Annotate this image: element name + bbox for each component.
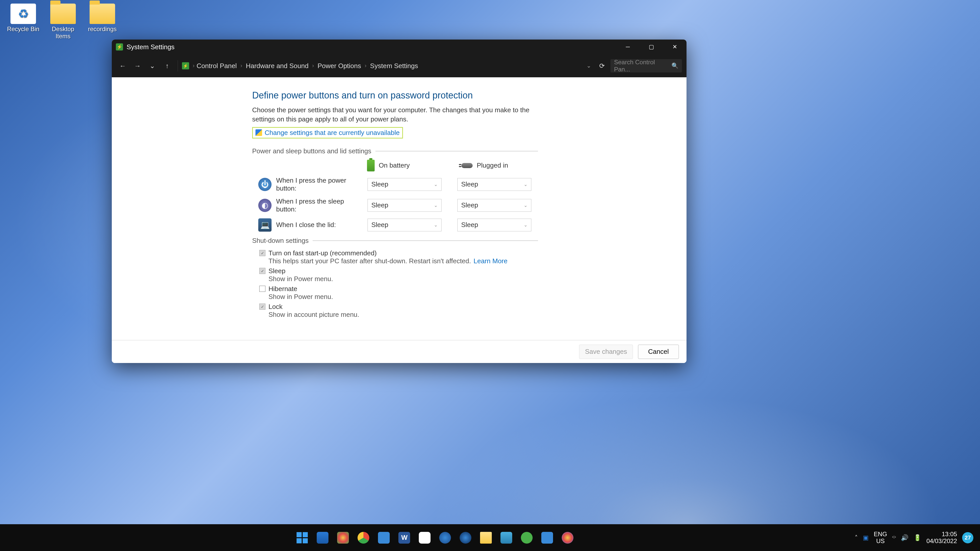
chevron-down-icon: ⌄	[434, 203, 438, 208]
tray-overflow-button[interactable]: ˄	[855, 534, 858, 541]
location-icon: ⚡	[182, 62, 189, 69]
power-button-battery-select[interactable]: Sleep⌄	[368, 178, 442, 191]
monitor-icon	[541, 532, 553, 544]
window-title: System Settings	[127, 43, 175, 51]
sleep-checkbox[interactable]: ✓	[259, 268, 266, 274]
row-close-lid: 💻 When I close the lid: Sleep⌄ Sleep⌄	[258, 218, 538, 232]
crumb-hardware-sound[interactable]: Hardware and Sound	[246, 62, 309, 70]
content-area: Define power buttons and turn on passwor…	[112, 77, 687, 340]
shutdown-item-desc: Show in Power menu.	[269, 275, 333, 283]
sleep-button-plugged-select[interactable]: Sleep⌄	[457, 199, 531, 212]
sleep-button-battery-select[interactable]: Sleep⌄	[368, 199, 442, 212]
chevron-down-icon: ⌄	[524, 182, 528, 187]
maps-icon	[337, 532, 349, 544]
chrome-icon	[358, 532, 369, 544]
minimize-button[interactable]: ─	[616, 40, 640, 54]
shutdown-item-desc: Show in Power menu.	[269, 293, 333, 301]
close-button[interactable]: ✕	[663, 40, 687, 54]
shutdown-item-hibernate: Hibernate Show in Power menu.	[259, 285, 538, 301]
start-button[interactable]	[294, 529, 310, 546]
power-button-plugged-select[interactable]: Sleep⌄	[457, 178, 531, 191]
close-lid-battery-select[interactable]: Sleep⌄	[368, 219, 442, 231]
windows-logo-icon	[297, 532, 308, 543]
section-label: Power and sleep buttons and lid settings	[252, 147, 371, 155]
chevron-right-icon: ›	[192, 62, 194, 69]
fast-startup-checkbox[interactable]: ✓	[259, 250, 266, 256]
onedrive-icon[interactable]: ▣	[863, 534, 869, 541]
volume-icon[interactable]: 🔊	[901, 534, 908, 541]
shutdown-settings-list: ✓ Turn on fast start-up (recommended) Th…	[259, 249, 538, 319]
taskbar-app-settings[interactable]	[437, 529, 453, 546]
row-power-button: ⏻ When I press the power button: Sleep⌄ …	[258, 176, 538, 192]
taskbar-app-chrome[interactable]	[355, 529, 372, 546]
notification-count-badge[interactable]: 27	[962, 532, 974, 543]
desktop-icon-recordings[interactable]: recordings	[83, 3, 121, 33]
word-icon: W	[398, 532, 410, 544]
up-button[interactable]: ↑	[161, 59, 173, 72]
forward-button[interactable]: →	[131, 59, 144, 72]
shutdown-item-title: Turn on fast start-up (recommended)	[269, 249, 377, 257]
system-settings-window: ⚡ System Settings ─ ▢ ✕ ← → ⌄ ↑ ⚡ › Cont…	[112, 40, 687, 363]
desktop-icon-recycle-bin[interactable]: Recycle Bin	[4, 3, 42, 33]
power-button-icon: ⏻	[258, 178, 272, 191]
shutdown-item-title: Lock	[269, 303, 283, 311]
close-lid-plugged-select[interactable]: Sleep⌄	[457, 219, 531, 231]
address-history-dropdown[interactable]: ⌄	[584, 62, 593, 69]
maximize-button[interactable]: ▢	[640, 40, 663, 54]
taskbar-app-maps[interactable]	[334, 529, 352, 546]
taskbar-app-word[interactable]: W	[396, 529, 413, 546]
recent-dropdown[interactable]: ⌄	[146, 59, 159, 72]
page-description: Choose the power settings that you want …	[252, 105, 538, 124]
chevron-right-icon: ›	[312, 62, 314, 69]
folder-icon	[50, 3, 76, 24]
section-power-sleep: Power and sleep buttons and lid settings	[252, 147, 538, 155]
titlebar[interactable]: ⚡ System Settings ─ ▢ ✕	[112, 40, 687, 54]
save-changes-button[interactable]: Save changes	[579, 345, 633, 359]
slack-icon	[419, 532, 431, 544]
taskbar-app-wechat[interactable]	[518, 529, 535, 546]
taskbar-app-photos[interactable]	[498, 529, 515, 546]
mail-icon	[317, 532, 328, 544]
chevron-down-icon: ⌄	[434, 222, 438, 228]
system-tray: ˄ ▣ ENG US ⌔ 🔊 🔋 13:05 04/03/2022 27	[855, 531, 980, 545]
language-indicator[interactable]: ENG US	[874, 531, 887, 545]
change-settings-link[interactable]: Change settings that are currently unava…	[265, 129, 400, 137]
battery-tray-icon[interactable]: 🔋	[914, 534, 921, 541]
search-icon: 🔍	[671, 62, 678, 69]
crumb-control-panel[interactable]: Control Panel	[197, 62, 237, 70]
plugged-in-label: Plugged in	[477, 162, 508, 169]
taskbar-app-camera[interactable]	[457, 529, 474, 546]
taskbar-app-mail[interactable]	[314, 529, 331, 546]
cancel-button[interactable]: Cancel	[638, 345, 679, 359]
row-sleep-button: ◐ When I press the sleep button: Sleep⌄ …	[258, 197, 538, 213]
refresh-button[interactable]: ⟳	[596, 59, 608, 72]
folder-icon	[480, 532, 492, 544]
chevron-down-icon: ⌄	[524, 203, 528, 208]
desktop-icon-label: Recycle Bin	[4, 25, 42, 33]
page-heading: Define power buttons and turn on passwor…	[252, 90, 538, 101]
search-input[interactable]: Search Control Pan... 🔍	[611, 59, 682, 73]
crumb-system-settings[interactable]: System Settings	[370, 62, 418, 70]
close-lid-icon: 💻	[258, 218, 272, 232]
crumb-power-options[interactable]: Power Options	[318, 62, 361, 70]
taskbar-app-paint[interactable]	[559, 529, 576, 546]
desktop-icon-label: recordings	[83, 25, 121, 33]
taskbar-app-notepad[interactable]	[375, 529, 392, 546]
chevron-right-icon: ›	[365, 62, 366, 69]
taskbar-app-monitor[interactable]	[539, 529, 555, 546]
hibernate-checkbox[interactable]	[259, 286, 266, 292]
recycle-bin-icon	[11, 3, 36, 24]
shutdown-item-title: Sleep	[269, 267, 286, 275]
notepad-icon	[378, 532, 390, 544]
desktop-icon-desktop-items[interactable]: Desktop Items	[44, 3, 82, 40]
clock[interactable]: 13:05 04/03/2022	[926, 531, 957, 545]
taskbar-app-slack[interactable]	[416, 529, 433, 546]
lock-checkbox[interactable]: ✓	[259, 303, 266, 310]
taskbar-app-explorer[interactable]	[477, 529, 494, 546]
column-headers: On battery Plugged in	[367, 160, 538, 171]
shutdown-item-fast-startup: ✓ Turn on fast start-up (recommended) Th…	[259, 249, 538, 265]
wifi-icon[interactable]: ⌔	[892, 534, 896, 541]
back-button[interactable]: ←	[116, 59, 129, 72]
gear-icon	[439, 532, 451, 544]
learn-more-link[interactable]: Learn More	[474, 257, 508, 265]
